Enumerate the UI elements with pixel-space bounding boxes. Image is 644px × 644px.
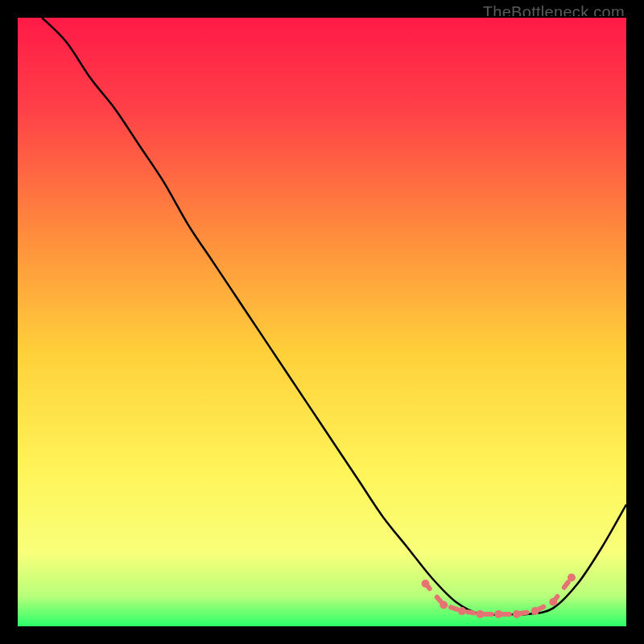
optimal-marker-group (422, 574, 576, 618)
chart-container: TheBottleneck.com (0, 0, 644, 644)
optimal-marker-dot (458, 607, 466, 615)
optimal-marker-dot (568, 574, 576, 582)
optimal-marker-dot (440, 601, 448, 609)
optimal-marker-dot (549, 598, 557, 606)
curve-layer (18, 18, 626, 626)
optimal-marker-dot (477, 610, 485, 618)
optimal-dash-line (426, 578, 572, 614)
optimal-marker-dot (531, 607, 539, 615)
bottleneck-curve (42, 18, 626, 615)
optimal-marker-dot (513, 610, 521, 618)
optimal-marker-dot (494, 610, 502, 618)
plot-area (18, 18, 626, 626)
optimal-marker-dot (422, 580, 430, 588)
